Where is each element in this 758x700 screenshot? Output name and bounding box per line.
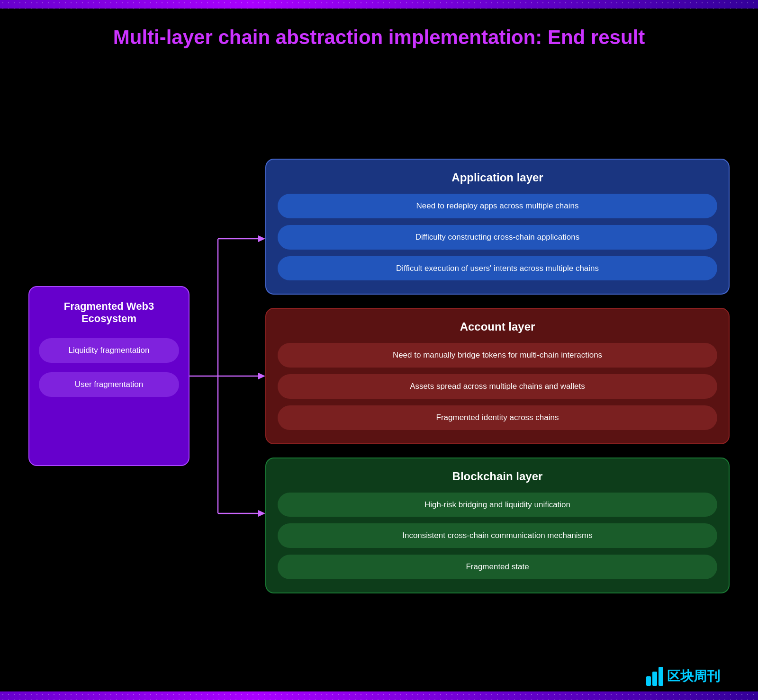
blockchain-items-list: High-risk bridging and liquidity unifica… (278, 493, 717, 579)
application-layer-box: Application layer Need to redeploy apps … (265, 159, 730, 295)
watermark: 区块周刊 (646, 667, 720, 686)
application-items-list: Need to redeploy apps across multiple ch… (278, 194, 717, 280)
account-item-1: Assets spread across multiple chains and… (278, 374, 717, 399)
page-title: Multi-layer chain abstraction implementa… (0, 26, 758, 49)
connectors (190, 163, 265, 589)
left-box: Fragmented Web3 Ecosystem Liquidity frag… (28, 286, 190, 466)
left-item-user: User fragmentation (39, 372, 179, 397)
watermark-bars-icon (646, 667, 663, 686)
application-layer-title: Application layer (278, 171, 717, 184)
account-item-2: Fragmented identity across chains (278, 405, 717, 430)
app-item-2: Difficult execution of users' intents ac… (278, 256, 717, 281)
left-item-liquidity: Liquidity fragmentation (39, 338, 179, 363)
blockchain-layer-box: Blockchain layer High-risk bridging and … (265, 458, 730, 593)
bar1 (646, 676, 651, 686)
left-box-title: Fragmented Web3 Ecosystem (39, 300, 179, 325)
svg-marker-3 (258, 235, 265, 242)
blockchain-item-0: High-risk bridging and liquidity unifica… (278, 493, 717, 517)
account-item-0: Need to manually bridge tokens for multi… (278, 343, 717, 368)
account-layer-box: Account layer Need to manually bridge to… (265, 308, 730, 444)
connector-svg (190, 163, 265, 589)
blockchain-item-2: Fragmented state (278, 555, 717, 579)
svg-marker-5 (258, 373, 265, 379)
blockchain-layer-title: Blockchain layer (278, 470, 717, 483)
watermark-text: 区块周刊 (667, 667, 720, 685)
right-column: Application layer Need to redeploy apps … (265, 159, 730, 593)
account-layer-title: Account layer (278, 320, 717, 333)
bar3 (659, 667, 663, 686)
app-item-1: Difficulty constructing cross-chain appl… (278, 225, 717, 250)
bar2 (652, 672, 657, 686)
blockchain-item-1: Inconsistent cross-chain communication m… (278, 523, 717, 548)
account-items-list: Need to manually bridge tokens for multi… (278, 343, 717, 430)
svg-marker-7 (258, 510, 265, 517)
top-border (0, 0, 758, 9)
diagram: Fragmented Web3 Ecosystem Liquidity frag… (28, 71, 730, 681)
bottom-border (0, 691, 758, 700)
app-item-0: Need to redeploy apps across multiple ch… (278, 194, 717, 218)
